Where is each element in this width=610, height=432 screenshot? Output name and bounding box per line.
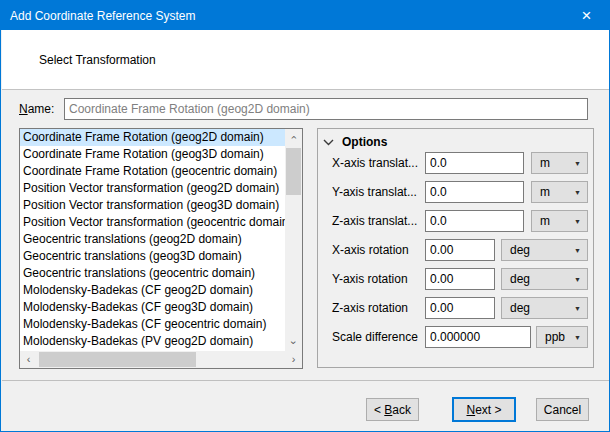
dropdown-arrow-icon: ▼ bbox=[574, 218, 581, 225]
field-label: X-axis translat... bbox=[332, 152, 418, 174]
y-translation-unit-select[interactable]: m ▼ bbox=[531, 181, 588, 203]
list-item[interactable]: Geocentric translations (geog2D domain) bbox=[20, 231, 285, 248]
scroll-right-button[interactable]: › bbox=[285, 351, 302, 368]
next-button[interactable]: Next > bbox=[452, 397, 516, 422]
close-button[interactable]: × bbox=[564, 1, 609, 30]
add-crs-dialog: Add Coordinate Reference System × Select… bbox=[0, 0, 610, 432]
options-header[interactable]: Options bbox=[323, 135, 387, 149]
list-item[interactable]: Molodensky-Badekas (PV geog2D domain) bbox=[20, 333, 285, 350]
scroll-up-button[interactable]: › bbox=[285, 129, 302, 146]
chevron-down-icon: › bbox=[288, 341, 299, 345]
list-item[interactable]: Coordinate Frame Rotation (geog3D domain… bbox=[20, 146, 285, 163]
chevron-up-icon: › bbox=[288, 136, 299, 140]
list-item[interactable]: Position Vector transformation (geocentr… bbox=[20, 214, 285, 231]
unit-value: ppb bbox=[545, 330, 565, 344]
options-panel: Options X-axis translat... m ▼ Y-axis tr… bbox=[317, 128, 594, 368]
dropdown-arrow-icon: ▼ bbox=[574, 276, 581, 283]
field-label: Z-axis rotation bbox=[332, 297, 408, 319]
vertical-scroll-thumb[interactable] bbox=[286, 148, 301, 195]
dropdown-arrow-icon: ▼ bbox=[574, 247, 581, 254]
list-item[interactable]: Coordinate Frame Rotation (geocentric do… bbox=[20, 163, 285, 180]
z-translation-unit-select[interactable]: m ▼ bbox=[531, 210, 588, 232]
unit-value: deg bbox=[510, 301, 530, 315]
field-label: Z-axis translat... bbox=[332, 210, 417, 232]
x-translation-unit-select[interactable]: m ▼ bbox=[531, 152, 588, 174]
name-input[interactable] bbox=[64, 98, 588, 120]
vertical-scrollbar[interactable]: › › bbox=[285, 129, 302, 351]
list-item[interactable]: Molodensky-Badekas (CF geog2D domain) bbox=[20, 282, 285, 299]
close-icon: × bbox=[582, 7, 592, 24]
name-label: Name: bbox=[19, 102, 54, 116]
field-label: Y-axis translat... bbox=[332, 181, 417, 203]
y-translation-input[interactable] bbox=[425, 181, 524, 203]
z-rotation-unit-select[interactable]: deg ▼ bbox=[501, 297, 588, 319]
scale-difference-input[interactable] bbox=[425, 326, 531, 348]
button-row-separator bbox=[2, 380, 610, 381]
page-title: Select Transformation bbox=[2, 53, 156, 67]
transformation-list: Coordinate Frame Rotation (geog2D domain… bbox=[19, 128, 303, 369]
z-rotation-input[interactable] bbox=[425, 297, 495, 319]
unit-value: deg bbox=[510, 272, 530, 286]
field-label: Scale difference bbox=[332, 326, 418, 348]
dropdown-arrow-icon: ▼ bbox=[574, 160, 581, 167]
cancel-button[interactable]: Cancel bbox=[536, 398, 589, 421]
wizard-banner: Select Transformation bbox=[2, 30, 610, 90]
y-rotation-input[interactable] bbox=[425, 268, 495, 290]
title-bar[interactable]: Add Coordinate Reference System × bbox=[1, 1, 609, 30]
dropdown-arrow-icon: ▼ bbox=[574, 305, 581, 312]
unit-value: deg bbox=[510, 243, 530, 257]
chevron-left-icon: ‹ bbox=[27, 354, 31, 365]
dropdown-arrow-icon: ▼ bbox=[574, 189, 581, 196]
list-item[interactable]: Position Vector transformation (geog2D d… bbox=[20, 180, 285, 197]
y-rotation-unit-select[interactable]: deg ▼ bbox=[501, 268, 588, 290]
list-item[interactable]: Coordinate Frame Rotation (geog2D domain… bbox=[20, 129, 285, 146]
scroll-down-button[interactable]: › bbox=[285, 334, 302, 351]
x-rotation-input[interactable] bbox=[425, 239, 495, 261]
scale-difference-unit-select[interactable]: ppb ▼ bbox=[536, 326, 588, 348]
back-button[interactable]: < Back bbox=[366, 398, 419, 421]
window-title: Add Coordinate Reference System bbox=[1, 9, 195, 23]
list-item[interactable]: Geocentric translations (geocentric doma… bbox=[20, 265, 285, 282]
x-rotation-unit-select[interactable]: deg ▼ bbox=[501, 239, 588, 261]
z-translation-input[interactable] bbox=[425, 210, 524, 232]
dropdown-arrow-icon: ▼ bbox=[574, 334, 581, 341]
list-items-container: Coordinate Frame Rotation (geog2D domain… bbox=[20, 129, 285, 351]
options-header-label: Options bbox=[342, 135, 387, 149]
collapse-chevron-icon bbox=[323, 139, 334, 146]
horizontal-scroll-thumb[interactable] bbox=[39, 352, 196, 367]
list-item[interactable]: Molodensky-Badekas (CF geocentric domain… bbox=[20, 316, 285, 333]
list-item[interactable]: Molodensky-Badekas (CF geog3D domain) bbox=[20, 299, 285, 316]
unit-value: m bbox=[540, 156, 550, 170]
horizontal-scrollbar[interactable]: ‹ › bbox=[20, 351, 302, 368]
field-label: X-axis rotation bbox=[332, 239, 409, 261]
scroll-left-button[interactable]: ‹ bbox=[20, 351, 37, 368]
list-item[interactable]: Geocentric translations (geog3D domain) bbox=[20, 248, 285, 265]
list-item[interactable]: Position Vector transformation (geog3D d… bbox=[20, 197, 285, 214]
x-translation-input[interactable] bbox=[425, 152, 524, 174]
chevron-right-icon: › bbox=[292, 354, 296, 365]
unit-value: m bbox=[540, 185, 550, 199]
unit-value: m bbox=[540, 214, 550, 228]
field-label: Y-axis rotation bbox=[332, 268, 408, 290]
